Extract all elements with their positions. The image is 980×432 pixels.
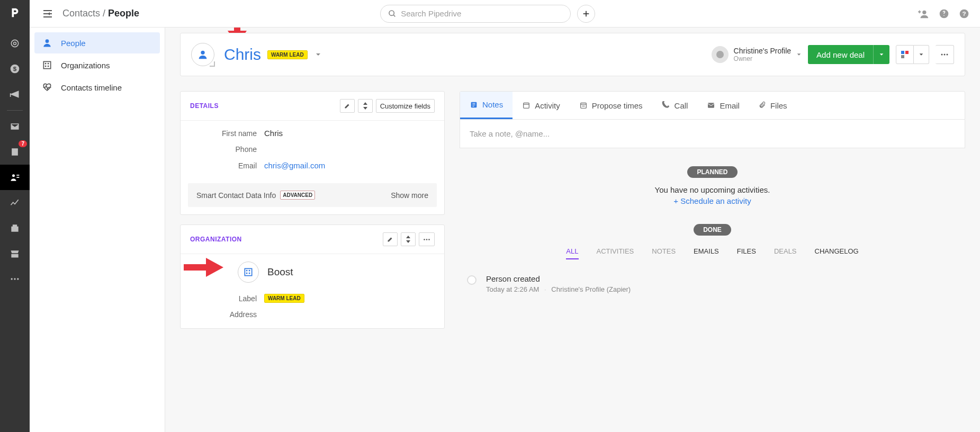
feed-dot-icon[interactable] (467, 275, 476, 285)
sub-nav-organizations-label: Organizations (61, 61, 110, 70)
nav-more-icon[interactable] (0, 266, 30, 292)
filter-changelog[interactable]: CHANGELOG (815, 247, 859, 259)
sub-nav-timeline[interactable]: Contacts timeline (34, 77, 160, 98)
filter-emails[interactable]: EMAILS (694, 247, 719, 259)
sub-nav-people-label: People (61, 39, 86, 48)
phone-label: Phone (190, 145, 264, 154)
svg-rect-41 (246, 270, 248, 271)
tab-notes[interactable]: Notes (460, 92, 513, 119)
nav-campaigns-icon[interactable] (0, 82, 30, 107)
more-actions-button[interactable] (936, 45, 954, 64)
sub-nav-people[interactable]: People (34, 32, 160, 53)
more-org-button[interactable] (419, 232, 435, 246)
planned-pill: PLANNED (687, 166, 737, 178)
pipedrive-logo[interactable] (6, 4, 23, 21)
nav-leads-icon[interactable] (0, 31, 30, 56)
feed-item-title: Person created (486, 274, 631, 283)
edit-details-button[interactable] (340, 99, 355, 113)
breadcrumb-separator: / (103, 8, 108, 19)
nav-mail-icon[interactable] (0, 114, 30, 139)
sub-nav-organizations[interactable]: Organizations (34, 55, 160, 76)
add-deal-caret[interactable] (873, 45, 889, 64)
tab-call[interactable]: Call (652, 92, 698, 119)
svg-point-1 (14, 42, 16, 45)
tab-activity[interactable]: Activity (513, 92, 570, 119)
tab-email[interactable]: Email (697, 92, 749, 119)
person-avatar[interactable] (191, 43, 214, 66)
view-layout-button[interactable] (896, 45, 914, 64)
plus-icon (582, 10, 590, 18)
svg-rect-25 (43, 61, 50, 68)
filter-files[interactable]: FILES (737, 247, 756, 259)
filter-notes[interactable]: NOTES (652, 247, 676, 259)
phone-icon (662, 101, 670, 110)
show-more-link[interactable]: Show more (391, 191, 428, 200)
tab-files-label: Files (770, 101, 787, 110)
search-input[interactable]: Search Pipedrive (380, 5, 571, 23)
filter-deals[interactable]: DEALS (774, 247, 797, 259)
svg-point-17 (922, 10, 926, 14)
person-icon (197, 49, 209, 60)
calendar-range-icon (579, 101, 588, 110)
person-label-badge[interactable]: WARM LEAD (267, 50, 308, 59)
note-input[interactable]: Take a note, @name... (460, 120, 965, 148)
nav-activities-icon[interactable]: 7 (0, 139, 30, 165)
org-label-badge[interactable]: WARM LEAD (264, 294, 304, 303)
schedule-activity-link[interactable]: + Schedule an activity (673, 196, 751, 205)
quick-add-button[interactable] (577, 5, 595, 23)
reorder-details-button[interactable] (358, 99, 373, 113)
filter-all[interactable]: ALL (566, 247, 578, 259)
add-new-deal-button[interactable]: Add new deal (808, 45, 889, 64)
owner-selector[interactable]: Christine's Profile Owner (712, 46, 802, 63)
tips-icon[interactable] (939, 8, 949, 19)
feed-item-time: Today at 2:26 AM (486, 285, 539, 293)
person-name[interactable]: Chris (224, 46, 261, 64)
building-icon (243, 267, 254, 277)
invite-users-icon[interactable] (918, 8, 929, 19)
customize-fields-button[interactable]: Customize fields (376, 99, 435, 113)
nav-badge: 7 (19, 140, 27, 147)
tab-activity-label: Activity (535, 101, 560, 110)
tab-propose[interactable]: Propose times (570, 92, 652, 119)
organization-title: ORGANIZATION (190, 236, 242, 243)
org-name[interactable]: Boost (267, 266, 293, 278)
svg-rect-5 (16, 175, 19, 176)
svg-point-4 (12, 174, 15, 177)
person-icon (42, 38, 52, 48)
chevron-down-icon (796, 52, 802, 57)
search-icon (388, 10, 397, 18)
advanced-badge: ADVANCED (280, 191, 315, 200)
note-icon (470, 101, 478, 109)
filter-activities[interactable]: ACTIVITIES (597, 247, 634, 259)
view-dropdown-button[interactable] (914, 45, 929, 64)
collapse-menu-button[interactable] (40, 6, 55, 21)
nav-products-icon[interactable] (0, 215, 30, 241)
nav-marketplace-icon[interactable] (0, 241, 30, 266)
svg-point-13 (389, 11, 394, 15)
first-name-value[interactable]: Chris (264, 129, 283, 138)
email-value[interactable]: chris@gmail.com (264, 161, 325, 170)
org-icon[interactable] (238, 262, 259, 283)
svg-rect-48 (580, 103, 586, 108)
avatar-edit-corner (210, 61, 215, 67)
breadcrumb-parent[interactable]: Contacts (62, 8, 100, 19)
smart-contact-data: Smart Contact Data Info ADVANCED Show mo… (188, 183, 437, 207)
svg-point-34 (941, 54, 943, 56)
help-icon[interactable]: ? (959, 8, 969, 19)
svg-point-8 (14, 278, 15, 280)
feed-item-by: Christine's Profile (Zapier) (551, 285, 631, 293)
reorder-org-button[interactable] (401, 232, 416, 246)
tab-files[interactable]: Files (749, 92, 797, 119)
breadcrumb-current: People (108, 8, 139, 19)
svg-rect-6 (16, 177, 19, 178)
edit-org-button[interactable] (383, 232, 398, 246)
nav-deals-icon[interactable]: $ (0, 56, 30, 82)
svg-point-39 (428, 239, 430, 240)
svg-point-21 (943, 15, 945, 16)
person-label-dropdown[interactable] (315, 51, 321, 58)
details-card: DETAILS Customize fields First name Chri… (180, 91, 445, 215)
content-area: Chris WARM LEAD Christine's Profile Owne… (165, 28, 980, 432)
svg-point-30 (201, 51, 204, 55)
nav-insights-icon[interactable] (0, 190, 30, 215)
nav-contacts-icon[interactable] (0, 165, 30, 190)
